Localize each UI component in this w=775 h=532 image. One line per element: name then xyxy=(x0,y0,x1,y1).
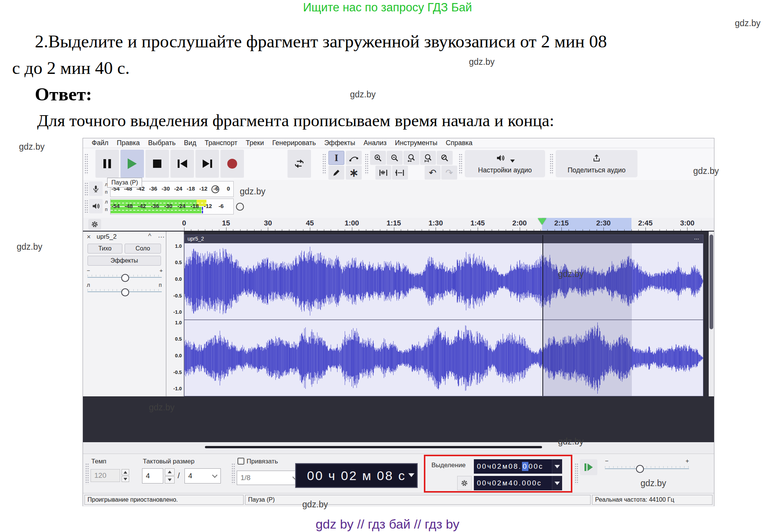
collapse-track-icon[interactable]: ^ xyxy=(148,232,151,240)
menu-item-file[interactable]: Файл xyxy=(88,139,112,147)
zoom-project-button[interactable] xyxy=(420,151,436,165)
pause-button[interactable] xyxy=(95,150,119,178)
stop-button[interactable] xyxy=(145,150,169,178)
draw-tool-button[interactable] xyxy=(328,166,344,180)
zoom-out-icon xyxy=(391,154,399,162)
meter-scale-label: -12 xyxy=(199,185,208,192)
toolbar-grip[interactable] xyxy=(84,182,88,196)
meter-reset-icon[interactable] xyxy=(236,203,244,211)
zoom-toggle-button[interactable] xyxy=(437,151,453,165)
menu-item-help[interactable]: Справка xyxy=(442,139,477,147)
menu-item-generate[interactable]: Генерировать xyxy=(268,139,320,147)
meter-scale-label: -24 xyxy=(174,185,183,192)
menu-item-view[interactable]: Вид xyxy=(180,139,201,147)
skip-start-icon xyxy=(178,160,187,168)
snap-value-select[interactable]: 1/8 xyxy=(237,471,301,485)
vertical-scrollbar[interactable] xyxy=(709,232,714,396)
playback-meter[interactable]: лп -54-48-42-36-30-24-18-12-6 xyxy=(83,198,257,215)
menu-item-effects[interactable]: Эффекты xyxy=(320,139,359,147)
audio-position-display[interactable]: 00 ч 02 м 08 с xyxy=(295,463,418,488)
menu-item-tools[interactable]: Инструменты xyxy=(391,139,442,147)
status-sample-rate: Реальная частота: 44100 Гц xyxy=(592,495,712,505)
gain-knob[interactable] xyxy=(121,274,129,282)
time-signature-label: Тактовый размер xyxy=(143,458,194,465)
play-at-speed-button[interactable] xyxy=(580,459,597,475)
toolbar-grip[interactable] xyxy=(459,153,462,175)
ruler-tick-label: 0 xyxy=(182,219,186,227)
timeline-ruler[interactable]: 01530451:001:151:301:452:002:152:302:453… xyxy=(184,218,713,231)
vertical-scrollbar-thumb[interactable] xyxy=(709,235,713,329)
time-signature-upper-input[interactable]: 4 xyxy=(142,468,163,483)
toolbar-grip[interactable] xyxy=(322,153,326,175)
menu-item-select[interactable]: Выбрать xyxy=(144,139,180,147)
menu-item-tracks[interactable]: Треки xyxy=(242,139,268,147)
share-icon xyxy=(592,153,602,164)
zoom-in-button[interactable] xyxy=(370,151,386,165)
time-signature-spinner[interactable] xyxy=(165,468,175,483)
menu-item-analyze[interactable]: Анализ xyxy=(359,139,391,147)
close-track-icon[interactable]: × xyxy=(87,233,91,241)
skip-to-start-button[interactable] xyxy=(170,150,194,178)
audio-setup-button[interactable]: Настройки аудио xyxy=(465,150,545,177)
solo-button[interactable]: Соло xyxy=(125,244,161,253)
snap-checkbox[interactable] xyxy=(238,458,244,465)
clip-menu-icon[interactable]: ⋯ xyxy=(694,236,699,242)
redo-icon: ↷ xyxy=(445,167,453,178)
loop-button[interactable] xyxy=(288,150,311,178)
multi-tool-button[interactable]: ∗ xyxy=(346,166,362,180)
horizontal-scrollbar[interactable] xyxy=(83,442,714,454)
envelope-tool-button[interactable] xyxy=(346,151,362,165)
track-name[interactable]: upr5_2 xyxy=(97,233,117,241)
speaker-button[interactable] xyxy=(89,199,103,213)
pause-icon xyxy=(103,159,111,168)
effects-button[interactable]: Эффекты xyxy=(88,256,161,266)
playback-speed-slider[interactable]: − + xyxy=(605,459,689,475)
trim-audio-button[interactable] xyxy=(375,166,391,180)
toolbar-grip[interactable] xyxy=(84,153,88,175)
watermark: gdz.by xyxy=(641,478,666,488)
toolbar-grip[interactable] xyxy=(575,463,578,484)
tempo-input[interactable]: 120 xyxy=(91,469,120,482)
playhead-triangle-icon[interactable] xyxy=(538,218,546,225)
audio-clip[interactable]: upr5_2 ⋯ xyxy=(184,235,703,396)
toolbar-grip[interactable] xyxy=(550,153,553,175)
pan-knob[interactable] xyxy=(121,288,129,296)
zoom-out-button[interactable] xyxy=(387,151,403,165)
track-area: × upr5_2 ^ ⋯ Тихо Соло Эффекты − + л п xyxy=(83,232,714,442)
menu-item-edit[interactable]: Правка xyxy=(112,139,144,147)
selection-start-field[interactable]: 00ч02м08.000с xyxy=(474,459,552,474)
undo-icon: ↶ xyxy=(429,167,436,178)
toolbar-grip[interactable] xyxy=(231,463,235,484)
vertical-scale[interactable]: 1.00.50.0-0.5-1.01.00.50.0-0.5-1.0 xyxy=(166,232,184,396)
tempo-spinner[interactable] xyxy=(122,469,129,482)
record-button[interactable] xyxy=(220,150,244,178)
time-signature-lower-select[interactable]: 4 xyxy=(184,468,221,483)
silence-audio-button[interactable] xyxy=(392,166,408,180)
clip-title-bar[interactable]: upr5_2 ⋯ xyxy=(184,235,703,243)
timeline-options-button[interactable] xyxy=(88,219,101,230)
menu-item-transport[interactable]: Транспорт xyxy=(200,139,242,147)
redo-button[interactable]: ↷ xyxy=(441,166,457,180)
mute-button[interactable]: Тихо xyxy=(88,244,122,253)
toolbar-grip[interactable] xyxy=(365,153,368,175)
selection-end-dropdown[interactable] xyxy=(552,476,562,490)
play-button[interactable] xyxy=(120,150,144,178)
zoom-selection-button[interactable] xyxy=(403,151,419,165)
envelope-icon xyxy=(349,154,358,162)
vertical-scale-label: -0.5 xyxy=(173,293,182,298)
ruler-tick-label: 15 xyxy=(222,219,230,227)
selection-end-field[interactable]: 00ч02м40.000с xyxy=(474,476,552,490)
selection-options-button[interactable] xyxy=(457,476,472,490)
share-audio-button[interactable]: Поделиться аудио xyxy=(556,150,638,177)
microphone-button[interactable] xyxy=(89,182,103,196)
audio-setup-label: Настройки аудио xyxy=(478,166,532,174)
selection-start-dropdown[interactable] xyxy=(552,459,562,474)
horizontal-scrollbar-thumb[interactable] xyxy=(205,446,542,448)
undo-button[interactable]: ↶ xyxy=(425,166,441,180)
track-menu-icon[interactable]: ⋯ xyxy=(158,233,164,241)
skip-to-end-button[interactable] xyxy=(195,150,219,178)
toolbar-grip[interactable] xyxy=(85,463,89,484)
toolbar-grip[interactable] xyxy=(84,200,88,213)
selection-tool-button[interactable]: I xyxy=(328,151,344,165)
speed-knob[interactable] xyxy=(636,465,644,473)
